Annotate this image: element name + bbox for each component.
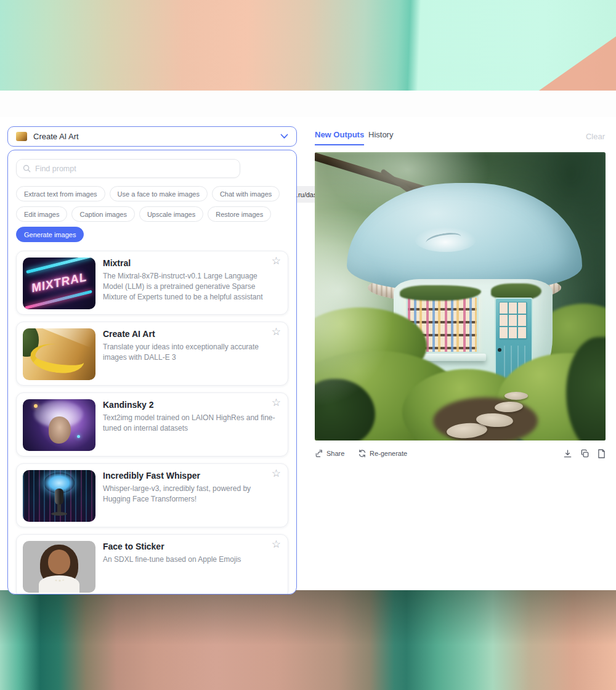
document-icon[interactable]: [598, 449, 606, 458]
favorite-star-icon[interactable]: ☆: [272, 468, 281, 479]
model-list: MIXTRAL Mixtral The Mixtral-8x7B-instruc…: [16, 251, 288, 595]
capability-chips: Extract text from images Use a face to m…: [16, 186, 290, 242]
search-icon: [23, 164, 31, 172]
model-thumbnail-create-ai-art: [23, 328, 95, 380]
wallpaper-bottom-band: [0, 590, 616, 690]
selector-thumbnail: [16, 132, 27, 141]
tab-new-outputs[interactable]: New Outputs: [315, 130, 364, 145]
chevron-down-icon: [280, 134, 288, 139]
chip-extract-text[interactable]: Extract text from images: [16, 186, 105, 201]
art-light-glow: [315, 152, 606, 440]
share-icon: [315, 449, 323, 458]
model-thumbnail-mixtral: MIXTRAL: [23, 258, 95, 309]
search-input[interactable]: [35, 164, 233, 173]
model-thumbnail-kandinsky: [23, 399, 95, 451]
generated-image[interactable]: [315, 152, 606, 440]
model-title: Mixtral: [103, 258, 277, 268]
favorite-star-icon[interactable]: ☆: [272, 539, 281, 550]
output-tabs: New Outputs History Clear: [315, 130, 606, 146]
model-description: An SDXL fine-tune based on Apple Emojis: [103, 554, 277, 565]
browser-toolbar: https://aiwiz.ru/dashboard/chat ↻ +: [0, 91, 616, 117]
chip-chat-images[interactable]: Chat with images: [212, 186, 280, 201]
regenerate-icon: [358, 449, 367, 458]
wallpaper-top-band: [0, 0, 616, 91]
model-title: Create AI Art: [103, 329, 277, 339]
regenerate-button[interactable]: Re-generate: [358, 449, 407, 458]
model-title: Face to Sticker: [103, 542, 277, 551]
chip-restore-images[interactable]: Restore images: [208, 206, 271, 222]
regenerate-label: Re-generate: [370, 450, 407, 457]
model-card-mixtral[interactable]: MIXTRAL Mixtral The Mixtral-8x7B-instruc…: [16, 251, 288, 315]
model-thumbnail-face-to-sticker: [23, 541, 95, 593]
model-title: Incredibly Fast Whisper: [103, 471, 277, 481]
chip-upscale-images[interactable]: Upscale images: [139, 206, 203, 222]
model-description: Translate your ideas into exceptionally …: [103, 342, 277, 363]
chip-generate-images[interactable]: Generate images: [16, 227, 84, 242]
model-description: Whisper-large-v3, incredibly fast, power…: [103, 484, 277, 505]
favorite-star-icon[interactable]: ☆: [272, 327, 281, 337]
model-thumbnail-whisper: [23, 470, 95, 522]
tab-history[interactable]: History: [368, 130, 393, 139]
model-card-face-to-sticker[interactable]: Face to Sticker An SDXL fine-tune based …: [16, 534, 288, 595]
model-description: The Mixtral-8x7B-instruct-v0.1 Large Lan…: [103, 271, 277, 302]
model-selector-dropdown[interactable]: Create AI Art: [7, 126, 297, 147]
chip-face-images[interactable]: Use a face to make images: [110, 186, 208, 201]
download-icon[interactable]: [563, 449, 572, 458]
model-card-whisper[interactable]: Incredibly Fast Whisper Whisper-large-v3…: [16, 463, 288, 527]
output-actions: Share Re-generate: [315, 449, 606, 460]
prompt-panel: Extract text from images Use a face to m…: [7, 150, 297, 595]
model-card-create-ai-art[interactable]: Create AI Art Translate your ideas into …: [16, 322, 288, 386]
chip-caption-images[interactable]: Caption images: [71, 206, 134, 222]
model-description: Text2img model trained on LAION HighRes …: [103, 413, 277, 434]
model-card-kandinsky[interactable]: Kandinsky 2 Text2img model trained on LA…: [16, 392, 288, 457]
favorite-star-icon[interactable]: ☆: [272, 256, 281, 266]
favorite-star-icon[interactable]: ☆: [272, 397, 281, 408]
selector-label: Create AI Art: [33, 132, 79, 141]
model-title: Kandinsky 2: [103, 400, 277, 410]
copy-icon[interactable]: [580, 449, 590, 458]
chip-edit-images[interactable]: Edit images: [16, 206, 67, 222]
wallpaper-corner-wedge: [539, 36, 616, 91]
clear-button[interactable]: Clear: [586, 132, 605, 141]
share-label: Share: [326, 450, 344, 457]
share-button[interactable]: Share: [315, 449, 344, 458]
prompt-search[interactable]: [16, 159, 240, 178]
